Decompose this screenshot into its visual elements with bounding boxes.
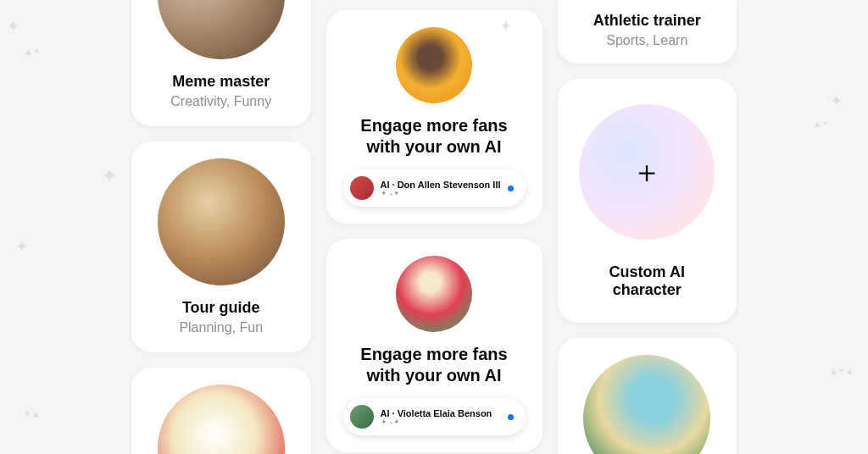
- triangle-icon: ▴ •: [25, 44, 39, 58]
- avatar-image: [158, 158, 285, 285]
- avatar-image: [396, 256, 472, 332]
- character-card-meme-master[interactable]: Meme master Creativity, Funny: [131, 0, 311, 126]
- status-dot: [508, 185, 514, 191]
- triangle-icon: ▴ • ▴: [831, 364, 853, 377]
- avatar-image: [158, 0, 285, 59]
- avatar-image: [396, 27, 472, 103]
- ai-chip[interactable]: AI · Don Allen Stevenson III ✦ ₊✦: [343, 169, 526, 207]
- triangle-icon: ▴ •: [815, 117, 827, 130]
- sparkle-icon: ✦: [102, 165, 117, 187]
- sparkle-icon: ✦: [830, 91, 843, 110]
- character-card-athletic-trainer[interactable]: Athletic trainer Sports, Learn: [558, 0, 737, 64]
- avatar-image: [583, 355, 710, 454]
- chip-text: AI · Don Allen Stevenson III ✦ ₊✦: [381, 180, 501, 197]
- status-dot: [508, 414, 514, 420]
- sparkle-icon: ✦: [15, 237, 28, 256]
- card-grid: Meme master Creativity, Funny Tour guide…: [0, 0, 868, 454]
- character-card-tour-guide[interactable]: Tour guide Planning, Fun: [131, 141, 311, 352]
- character-card-partial[interactable]: [131, 368, 311, 454]
- create-custom-card[interactable]: ＋ Custom AI character: [558, 79, 737, 323]
- promo-card[interactable]: Engage more fans with your own AI AI · V…: [326, 239, 542, 452]
- triangle-icon: • ▴: [25, 407, 39, 420]
- card-title: Tour guide: [182, 299, 260, 317]
- chip-text: AI · Violetta Elaia Benson ✦ ₊✦: [381, 408, 501, 426]
- chip-avatar: [350, 405, 374, 429]
- sparkle-icon: ✦ ₊✦: [381, 190, 501, 197]
- sparkle-icon: ✦: [499, 17, 512, 36]
- card-subtitle: Creativity, Funny: [170, 94, 271, 109]
- chip-avatar: [350, 176, 374, 200]
- sparkle-icon: ✦ ₊✦: [381, 418, 501, 426]
- sparkle-icon: ✦: [7, 17, 19, 36]
- character-card-partial[interactable]: [558, 338, 737, 454]
- chip-label: AI · Don Allen Stevenson III: [381, 180, 501, 190]
- card-title: Custom AI character: [575, 263, 721, 299]
- chip-label: AI · Violetta Elaia Benson: [381, 408, 501, 418]
- plus-icon: ＋: [632, 157, 662, 187]
- add-circle: ＋: [579, 104, 715, 240]
- promo-headline: Engage more fans with your own AI: [343, 344, 526, 386]
- promo-headline: Engage more fans with your own AI: [343, 115, 526, 158]
- card-subtitle: Planning, Fun: [179, 320, 263, 335]
- avatar-image: [158, 385, 285, 454]
- ai-chip[interactable]: AI · Violetta Elaia Benson ✦ ₊✦: [343, 398, 526, 435]
- column-3: Athletic trainer Sports, Learn ＋ Custom …: [558, 0, 737, 454]
- column-1: Meme master Creativity, Funny Tour guide…: [131, 0, 311, 454]
- card-title: Meme master: [172, 73, 270, 91]
- card-title: Athletic trainer: [593, 12, 701, 30]
- promo-card[interactable]: Engage more fans with your own AI AI · D…: [326, 10, 542, 224]
- column-2: Engage more fans with your own AI AI · D…: [326, 0, 542, 452]
- card-subtitle: Sports, Learn: [606, 33, 687, 48]
